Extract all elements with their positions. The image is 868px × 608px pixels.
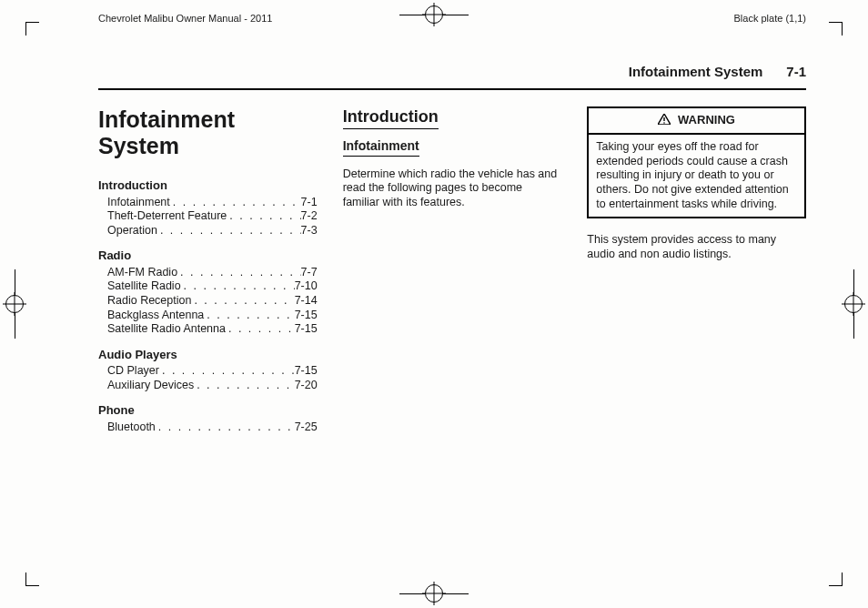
doc-title: Chevrolet Malibu Owner Manual - 2011 [98,13,272,25]
toc-item: Theft-Deterrent Feature7-2 [107,209,318,224]
warning-icon [658,114,671,128]
toc-dots [159,364,295,379]
toc-item: CD Player7-15 [107,364,318,379]
warning-label: WARNING [678,113,735,127]
toc-item-label: Theft-Deterrent Feature [107,209,227,224]
svg-point-1 [664,122,666,124]
warning-body: Taking your eyes off the road for extend… [589,135,804,217]
toc-list: Bluetooth7-25 [98,421,318,435]
toc-item: Infotainment7-1 [107,196,318,210]
plate-label: Black plate (1,1) [734,13,806,25]
toc-item-label: Bluetooth [107,421,156,435]
toc-dots [227,209,300,224]
toc-group-heading: Phone [98,403,318,418]
subsection-heading: Infotainment [343,138,419,157]
toc-list: CD Player7-15Auxiliary Devices7-20 [98,364,318,392]
chapter-title: Infotainment System [98,106,318,159]
toc-item-page: 7-15 [295,364,318,379]
toc-item-label: AM-FM Radio [107,266,177,280]
toc-item: Radio Reception7-14 [107,294,318,309]
toc-group-heading: Audio Players [98,348,318,362]
after-warning-paragraph: This system provides access to many audi… [587,233,806,261]
toc-list: Infotainment7-1Theft-Deterrent Feature7-… [98,196,318,238]
toc-item-label: Radio Reception [107,294,191,309]
running-head: Infotainment System 7-1 [98,64,806,90]
toc-item-page: 7-2 [301,209,318,224]
toc-item-page: 7-25 [295,421,318,435]
toc-item-page: 7-1 [301,196,318,210]
toc-item-page: 7-15 [295,309,318,323]
warning-column: WARNING Taking your eyes off the road fo… [587,106,806,434]
toc-item: Auxiliary Devices7-20 [107,379,318,393]
toc-dots [157,224,301,238]
intro-column: Introduction Infotainment Determine whic… [343,106,562,434]
toc-item-page: 7-7 [301,266,318,280]
toc-item: Operation7-3 [107,224,318,238]
intro-paragraph: Determine which radio the vehicle has an… [343,167,562,210]
page-number: 7-1 [786,64,806,81]
toc-dots [194,379,294,393]
toc-dots [177,266,301,280]
toc-item-label: Infotainment [107,196,170,210]
toc-item-label: Satellite Radio Antenna [107,322,226,337]
toc-item-label: Operation [107,224,157,238]
toc-dots [156,421,295,435]
toc-dots [191,294,294,309]
toc-group-heading: Introduction [98,178,318,193]
toc-item-label: CD Player [107,364,159,379]
toc-item-page: 7-10 [295,279,318,294]
section-name: Infotainment System [629,64,763,81]
toc-item-label: Satellite Radio [107,279,181,294]
toc-item-page: 7-15 [295,322,318,337]
toc-item: Bluetooth7-25 [107,421,318,435]
toc-dots [204,309,294,323]
toc-list: AM-FM Radio7-7Satellite Radio7-10Radio R… [98,266,318,337]
toc-item: AM-FM Radio7-7 [107,266,318,280]
toc-item-page: 7-20 [295,379,318,393]
toc-item: Backglass Antenna7-15 [107,309,318,323]
section-heading: Introduction [343,106,439,130]
toc-item: Satellite Radio7-10 [107,279,318,294]
toc-item-label: Backglass Antenna [107,309,204,323]
toc-item-label: Auxiliary Devices [107,379,194,393]
warning-box: WARNING Taking your eyes off the road fo… [587,106,806,218]
toc-column: Infotainment System IntroductionInfotain… [98,106,318,434]
toc-group-heading: Radio [98,248,318,263]
warning-title: WARNING [589,108,804,135]
toc-dots [226,322,295,337]
toc-item: Satellite Radio Antenna7-15 [107,322,318,337]
page-body: Infotainment System 7-1 Infotainment Sys… [98,64,806,572]
toc-dots [170,196,301,210]
toc-item-page: 7-14 [295,294,318,309]
toc-dots [181,279,295,294]
print-header: Chevrolet Malibu Owner Manual - 2011 Bla… [98,13,806,25]
toc-item-page: 7-3 [301,224,318,238]
